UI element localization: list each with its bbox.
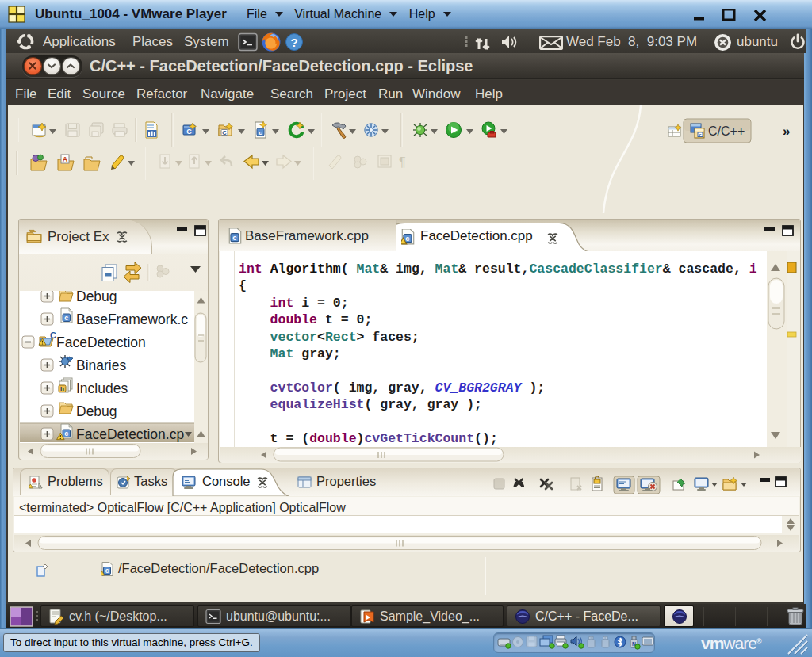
svg-text:c: c bbox=[105, 567, 109, 575]
svg-text:C: C bbox=[222, 129, 227, 136]
svg-text:c: c bbox=[259, 129, 262, 136]
svg-text:c: c bbox=[699, 132, 701, 137]
svg-text:C: C bbox=[50, 330, 56, 340]
svg-text:Includes: Includes bbox=[76, 380, 128, 396]
svg-text:Debug: Debug bbox=[76, 403, 117, 419]
svg-text:Binaries: Binaries bbox=[76, 357, 126, 373]
svg-text:Debug: Debug bbox=[76, 291, 117, 304]
svg-text:C: C bbox=[186, 128, 192, 136]
svg-text:FaceDetection.cp: FaceDetection.cp bbox=[76, 426, 184, 442]
svg-text:C/C++: C/C++ bbox=[708, 124, 745, 138]
svg-text:¶: ¶ bbox=[399, 155, 406, 169]
svg-text:A: A bbox=[63, 155, 68, 163]
svg-text:BaseFramework.c: BaseFramework.c bbox=[76, 311, 188, 327]
svg-text:»: » bbox=[783, 124, 790, 139]
svg-text:h: h bbox=[60, 385, 64, 392]
svg-text:c: c bbox=[405, 234, 409, 243]
svg-text:?: ? bbox=[290, 36, 297, 49]
svg-text:c: c bbox=[232, 233, 236, 242]
svg-text:FaceDetection: FaceDetection bbox=[56, 334, 146, 350]
